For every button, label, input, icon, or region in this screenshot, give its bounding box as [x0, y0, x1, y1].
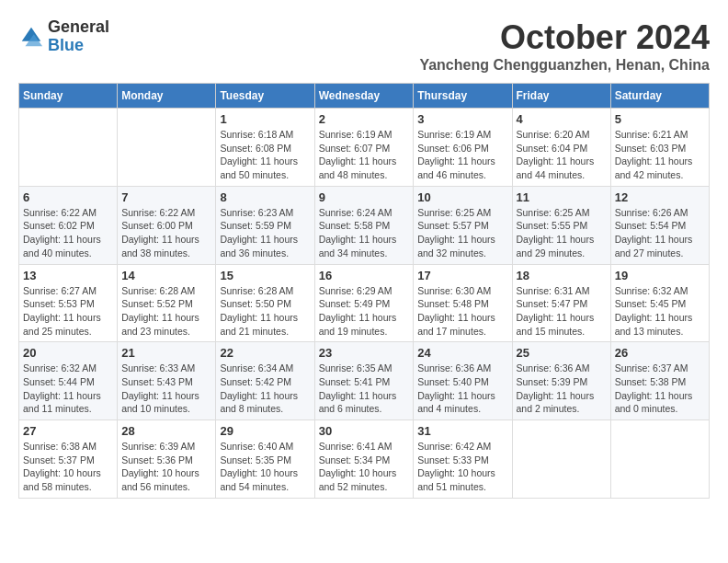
title-section: October 2024 Yancheng Chengguanzhen, Hen… — [419, 18, 710, 74]
cell-details: Sunrise: 6:24 AM Sunset: 5:58 PM Dayligh… — [319, 206, 410, 260]
day-number: 14 — [121, 269, 211, 282]
day-number: 24 — [417, 346, 507, 360]
cell-details: Sunrise: 6:40 AM Sunset: 5:35 PM Dayligh… — [220, 440, 310, 494]
cell-details: Sunrise: 6:22 AM Sunset: 6:00 PM Dayligh… — [121, 206, 211, 260]
day-number: 7 — [121, 190, 211, 204]
cell-details: Sunrise: 6:33 AM Sunset: 5:43 PM Dayligh… — [121, 362, 211, 416]
weekday-header: Thursday — [414, 84, 512, 109]
calendar-cell: 21Sunrise: 6:33 AM Sunset: 5:43 PM Dayli… — [118, 342, 216, 420]
calendar-cell: 8Sunrise: 6:23 AM Sunset: 5:59 PM Daylig… — [216, 186, 314, 264]
weekday-header: Friday — [512, 84, 610, 109]
calendar-cell — [19, 109, 118, 187]
calendar-cell: 31Sunrise: 6:42 AM Sunset: 5:33 PM Dayli… — [414, 420, 512, 499]
cell-details: Sunrise: 6:25 AM Sunset: 5:55 PM Dayligh… — [517, 206, 607, 260]
cell-details: Sunrise: 6:36 AM Sunset: 5:40 PM Dayligh… — [417, 362, 507, 416]
calendar-cell: 11Sunrise: 6:25 AM Sunset: 5:55 PM Dayli… — [512, 186, 610, 264]
day-number: 13 — [23, 269, 113, 282]
day-number: 11 — [517, 190, 607, 204]
calendar-cell: 14Sunrise: 6:28 AM Sunset: 5:52 PM Dayli… — [118, 264, 216, 342]
calendar-cell: 12Sunrise: 6:26 AM Sunset: 5:54 PM Dayli… — [610, 186, 709, 264]
calendar-cell: 16Sunrise: 6:29 AM Sunset: 5:49 PM Dayli… — [314, 264, 414, 342]
calendar-cell: 30Sunrise: 6:41 AM Sunset: 5:34 PM Dayli… — [314, 420, 414, 499]
calendar-cell: 2Sunrise: 6:19 AM Sunset: 6:07 PM Daylig… — [314, 109, 414, 187]
cell-details: Sunrise: 6:20 AM Sunset: 6:04 PM Dayligh… — [517, 128, 607, 182]
day-number: 10 — [417, 190, 507, 204]
day-number: 23 — [319, 346, 410, 360]
calendar-cell: 24Sunrise: 6:36 AM Sunset: 5:40 PM Dayli… — [414, 342, 512, 420]
calendar-cell — [118, 109, 216, 187]
cell-details: Sunrise: 6:28 AM Sunset: 5:50 PM Dayligh… — [220, 284, 310, 339]
cell-details: Sunrise: 6:18 AM Sunset: 6:08 PM Dayligh… — [220, 128, 310, 182]
day-number: 9 — [319, 190, 410, 204]
day-number: 16 — [319, 269, 410, 282]
day-number: 15 — [220, 269, 310, 282]
weekday-header: Saturday — [610, 84, 709, 109]
calendar-week-row: 13Sunrise: 6:27 AM Sunset: 5:53 PM Dayli… — [19, 264, 710, 342]
calendar-cell: 4Sunrise: 6:20 AM Sunset: 6:04 PM Daylig… — [512, 109, 610, 187]
day-number: 12 — [615, 190, 705, 204]
day-number: 5 — [615, 112, 705, 126]
cell-details: Sunrise: 6:22 AM Sunset: 6:02 PM Dayligh… — [23, 206, 113, 260]
logo: General Blue — [18, 18, 109, 55]
calendar-cell: 25Sunrise: 6:36 AM Sunset: 5:39 PM Dayli… — [512, 342, 610, 420]
calendar-week-row: 6Sunrise: 6:22 AM Sunset: 6:02 PM Daylig… — [19, 186, 710, 264]
day-number: 8 — [220, 190, 310, 204]
calendar-cell: 18Sunrise: 6:31 AM Sunset: 5:47 PM Dayli… — [512, 264, 610, 342]
day-number: 4 — [517, 112, 607, 126]
weekday-header: Tuesday — [216, 84, 314, 109]
cell-details: Sunrise: 6:23 AM Sunset: 5:59 PM Dayligh… — [220, 206, 310, 260]
calendar-cell: 23Sunrise: 6:35 AM Sunset: 5:41 PM Dayli… — [314, 342, 414, 420]
calendar-cell: 20Sunrise: 6:32 AM Sunset: 5:44 PM Dayli… — [19, 342, 118, 420]
cell-details: Sunrise: 6:29 AM Sunset: 5:49 PM Dayligh… — [319, 284, 410, 339]
cell-details: Sunrise: 6:31 AM Sunset: 5:47 PM Dayligh… — [517, 284, 607, 339]
calendar-cell: 28Sunrise: 6:39 AM Sunset: 5:36 PM Dayli… — [118, 420, 216, 499]
cell-details: Sunrise: 6:41 AM Sunset: 5:34 PM Dayligh… — [319, 440, 410, 494]
day-number: 29 — [220, 424, 310, 438]
day-number: 18 — [517, 269, 607, 282]
cell-details: Sunrise: 6:19 AM Sunset: 6:07 PM Dayligh… — [319, 128, 410, 182]
cell-details: Sunrise: 6:32 AM Sunset: 5:45 PM Dayligh… — [615, 284, 705, 339]
cell-details: Sunrise: 6:38 AM Sunset: 5:37 PM Dayligh… — [23, 440, 113, 494]
cell-details: Sunrise: 6:32 AM Sunset: 5:44 PM Dayligh… — [23, 362, 113, 416]
cell-details: Sunrise: 6:30 AM Sunset: 5:48 PM Dayligh… — [417, 284, 507, 339]
calendar-cell: 27Sunrise: 6:38 AM Sunset: 5:37 PM Dayli… — [19, 420, 118, 499]
calendar-cell: 13Sunrise: 6:27 AM Sunset: 5:53 PM Dayli… — [19, 264, 118, 342]
day-number: 22 — [220, 346, 310, 360]
day-number: 1 — [220, 112, 310, 126]
cell-details: Sunrise: 6:21 AM Sunset: 6:03 PM Dayligh… — [615, 128, 705, 182]
calendar-cell: 26Sunrise: 6:37 AM Sunset: 5:38 PM Dayli… — [610, 342, 709, 420]
weekday-header: Sunday — [19, 84, 118, 109]
cell-details: Sunrise: 6:36 AM Sunset: 5:39 PM Dayligh… — [517, 362, 607, 416]
calendar-week-row: 20Sunrise: 6:32 AM Sunset: 5:44 PM Dayli… — [19, 342, 710, 420]
calendar-cell — [610, 420, 709, 499]
calendar-cell: 10Sunrise: 6:25 AM Sunset: 5:57 PM Dayli… — [414, 186, 512, 264]
day-number: 26 — [615, 346, 705, 360]
cell-details: Sunrise: 6:39 AM Sunset: 5:36 PM Dayligh… — [121, 440, 211, 494]
day-number: 3 — [417, 112, 507, 126]
calendar-cell: 22Sunrise: 6:34 AM Sunset: 5:42 PM Dayli… — [216, 342, 314, 420]
day-number: 31 — [417, 424, 507, 438]
calendar-cell: 15Sunrise: 6:28 AM Sunset: 5:50 PM Dayli… — [216, 264, 314, 342]
cell-details: Sunrise: 6:19 AM Sunset: 6:06 PM Dayligh… — [417, 128, 507, 182]
day-number: 2 — [319, 112, 410, 126]
month-title: October 2024 — [419, 18, 710, 57]
logo-icon — [18, 24, 44, 50]
calendar-cell: 3Sunrise: 6:19 AM Sunset: 6:06 PM Daylig… — [414, 109, 512, 187]
cell-details: Sunrise: 6:27 AM Sunset: 5:53 PM Dayligh… — [23, 284, 113, 339]
calendar-cell: 5Sunrise: 6:21 AM Sunset: 6:03 PM Daylig… — [610, 109, 709, 187]
calendar-cell: 9Sunrise: 6:24 AM Sunset: 5:58 PM Daylig… — [314, 186, 414, 264]
day-number: 30 — [319, 424, 410, 438]
cell-details: Sunrise: 6:35 AM Sunset: 5:41 PM Dayligh… — [319, 362, 410, 416]
cell-details: Sunrise: 6:42 AM Sunset: 5:33 PM Dayligh… — [417, 440, 507, 494]
weekday-header: Wednesday — [314, 84, 414, 109]
calendar-week-row: 1Sunrise: 6:18 AM Sunset: 6:08 PM Daylig… — [19, 109, 710, 187]
cell-details: Sunrise: 6:37 AM Sunset: 5:38 PM Dayligh… — [615, 362, 705, 416]
cell-details: Sunrise: 6:28 AM Sunset: 5:52 PM Dayligh… — [121, 284, 211, 339]
cell-details: Sunrise: 6:25 AM Sunset: 5:57 PM Dayligh… — [417, 206, 507, 260]
calendar-header-row: SundayMondayTuesdayWednesdayThursdayFrid… — [19, 84, 710, 109]
calendar-cell — [512, 420, 610, 499]
calendar-cell: 17Sunrise: 6:30 AM Sunset: 5:48 PM Dayli… — [414, 264, 512, 342]
cell-details: Sunrise: 6:26 AM Sunset: 5:54 PM Dayligh… — [615, 206, 705, 260]
location-title: Yancheng Chengguanzhen, Henan, China — [419, 57, 710, 74]
day-number: 25 — [517, 346, 607, 360]
